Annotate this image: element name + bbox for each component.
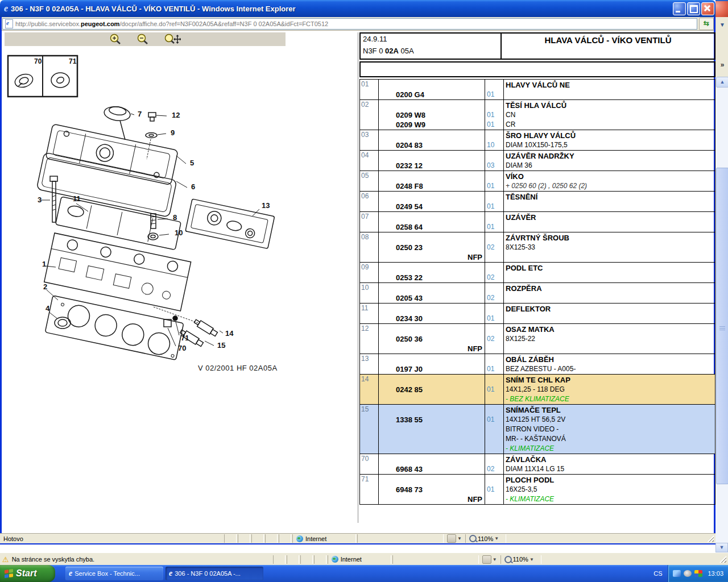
close-button[interactable] [701, 2, 714, 15]
toolbar-overflow-chevron[interactable]: » [716, 61, 728, 69]
row-part-numbers: 0253 22 [379, 263, 485, 282]
row-description: TĚSNĚNÍ [504, 192, 715, 211]
row-part-numbers: 6948 73NFP [379, 475, 485, 504]
ie-icon: e [69, 569, 72, 578]
table-row[interactable]: 07 0258 64 01UZÁVĚR [360, 212, 715, 232]
address-input[interactable]: e http://public.servicebox.peugeot.com/d… [2, 18, 697, 30]
row-qty: 01 [485, 192, 504, 211]
table-row[interactable]: 08 0250 23NFP 02 ZÁVRTNÝ ŠROUB8X125-33 [360, 232, 715, 263]
zoom-pan-icon[interactable] [164, 34, 181, 45]
window-titlebar[interactable]: e 306 - N3F 0 02A05A - HLAVA VÁLCŮ - VÍK… [0, 0, 715, 17]
row-part-numbers: 0234 30 [379, 304, 485, 323]
legend-box [8, 56, 77, 97]
svg-text:8: 8 [173, 213, 177, 222]
table-row[interactable]: 02 0209 W80209 W9 0101TĚSÍ HLA VÁLCŮCNCR [360, 100, 715, 130]
row-qty: 02 [485, 324, 504, 354]
table-row[interactable]: 70 6968 43 02ZÁVLAČKADIAM 11X14 LG 15 [360, 454, 715, 475]
minimize-button[interactable] [673, 2, 686, 15]
network-tray-icon[interactable] [673, 570, 681, 577]
row-part-numbers: 0242 85 [379, 375, 485, 404]
parent-zoom-level: 110% [513, 556, 528, 563]
table-row[interactable]: 13 0197 J0 01OBÁL ZÁBĚHBEZ AZBESTU - A00… [360, 354, 715, 375]
zoom-control[interactable]: 110% ▼ [465, 534, 506, 543]
row-ref: 05 [360, 171, 379, 191]
header-date: 24.9.11 [363, 35, 498, 43]
zoom-level-icon [504, 556, 512, 563]
svg-text:15: 15 [217, 341, 225, 350]
row-ref: 03 [360, 130, 379, 150]
ie-logo-icon: e [4, 4, 8, 13]
row-ref: 06 [360, 192, 379, 211]
parent-zoom-control[interactable]: 110% ▼ [500, 555, 541, 564]
internet-zone-icon [332, 556, 338, 563]
parent-close-button[interactable] [715, 0, 728, 18]
row-part-numbers: 6968 43 [379, 454, 485, 474]
row-qty: 03 [485, 151, 504, 171]
row-description: ZÁVRTNÝ ŠROUB8X125-33 [504, 232, 715, 262]
parts-table-body: 01 0200 G4 01HLAVY VÁLCŮ NE 02 0209 W802… [359, 79, 715, 505]
diagram-caption: V 02/2001 HF 02A05A [198, 364, 278, 372]
row-description: PLOCH PODL16X25-3,5- KLIMATIZACE [504, 475, 715, 504]
row-description: TĚSÍ HLA VÁLCŮCNCR [504, 100, 715, 130]
row-description: VÍKO+ 0250 60 (2) , 0250 62 (2) [504, 171, 715, 191]
row-ref: 14 [360, 375, 379, 404]
ie-icon: e [169, 569, 172, 578]
scroll-down-button[interactable]: ▼ [715, 543, 728, 552]
table-row[interactable]: 71 6948 73NFP 01 PLOCH PODL16X25-3,5- KL… [360, 475, 715, 504]
resize-grip[interactable] [707, 535, 714, 542]
scroll-thumb[interactable] [716, 168, 728, 484]
page-title: HLAVA VÁLCŮ - VÍKO VENTILŮ [502, 34, 714, 59]
protected-mode-icon[interactable] [447, 534, 456, 543]
svg-text:10: 10 [175, 228, 183, 237]
clock: 13:03 [708, 570, 723, 577]
svg-text:7: 7 [138, 110, 142, 118]
zoom-in-icon[interactable] [109, 34, 122, 45]
row-qty: 01 [485, 80, 504, 99]
volume-tray-icon[interactable] [684, 570, 692, 577]
protected-mode-icon[interactable] [482, 555, 491, 564]
table-row[interactable]: 11 0234 30 01DEFLEKTOR [360, 304, 715, 324]
table-row[interactable]: 03 0204 83 10ŠRO HLAVY VÁLCŮDIAM 10X150-… [360, 130, 715, 151]
table-row[interactable]: 09 0253 22 02PODL ETC [360, 263, 715, 283]
language-indicator[interactable]: CS [648, 570, 668, 577]
row-ref: 02 [360, 100, 379, 130]
svg-text:9: 9 [171, 128, 175, 137]
table-row[interactable]: 06 0249 54 01TĚSNĚNÍ [360, 192, 715, 212]
svg-text:4: 4 [46, 304, 50, 313]
row-part-numbers: 1338 55 [379, 405, 485, 454]
table-row[interactable]: 15 1338 55 01 SNÍMAČE TEPL14X125 HT 56,5… [360, 405, 715, 454]
taskbar-task-servicebox[interactable]: e Service Box - Technic... [65, 567, 163, 580]
row-description: UZÁVĚR [504, 212, 715, 232]
window-border-left [0, 17, 2, 544]
table-row[interactable]: 14 0242 85 01 SNÍM TE CHL KAP14X1,25 - 1… [360, 375, 715, 405]
parent-status-text: Na stránce se vyskytla chyba. [12, 556, 95, 563]
table-row[interactable]: 12 0250 36NFP 02 OSAZ MATKA8X125-22 [360, 324, 715, 354]
svg-text:71: 71 [181, 334, 189, 342]
table-row[interactable]: 05 0248 F8 01VÍKO+ 0250 60 (2) , 0250 62… [360, 171, 715, 192]
table-row[interactable]: 10 0205 43 02ROZPĚRA [360, 283, 715, 304]
row-description: DEFLEKTOR [504, 304, 715, 323]
taskbar-task-306[interactable]: e 306 - N3F 0 02A05A -... [166, 567, 263, 580]
zoom-out-icon[interactable] [136, 34, 149, 45]
table-row[interactable]: 04 0232 12 03UZÁVĚR NADRŽKYDIAM 36 [360, 151, 715, 171]
table-blank-band [359, 61, 715, 77]
diagram-toolbar [5, 32, 286, 46]
scroll-up-button[interactable]: ▲ [716, 77, 728, 88]
status-bar: Hotovo Internet ▼ 110% ▼ [0, 533, 715, 543]
parent-scrollbar[interactable]: ▲ [715, 77, 728, 543]
antivirus-tray-icon[interactable] [694, 570, 702, 577]
row-ref: 11 [360, 304, 379, 323]
zoom-level: 110% [478, 535, 493, 542]
start-button[interactable]: Start [0, 565, 55, 582]
row-ref: 71 [360, 475, 379, 504]
parent-toolbar-sliver: ▼ » [715, 17, 728, 77]
status-text: Hotovo [3, 535, 23, 542]
resize-grip[interactable] [719, 556, 726, 563]
row-part-numbers: 0205 43 [379, 283, 485, 303]
go-button[interactable]: ⇆ [699, 18, 714, 30]
row-part-numbers: 0250 23NFP [379, 232, 485, 262]
maximize-button[interactable] [687, 2, 700, 15]
table-row[interactable]: 01 0200 G4 01HLAVY VÁLCŮ NE [360, 80, 715, 100]
parent-dropdown-icon[interactable]: ▼ [716, 22, 728, 28]
svg-text:2: 2 [43, 282, 47, 291]
